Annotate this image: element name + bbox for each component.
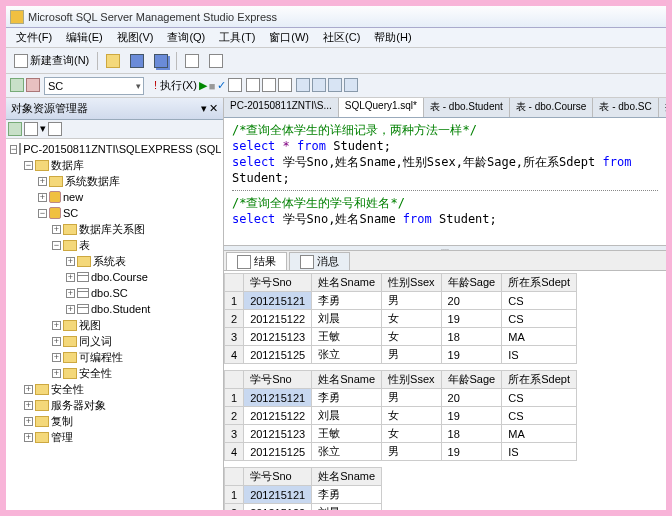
list-icon <box>185 54 199 68</box>
table-row[interactable]: 3201215123王敏女18MA <box>225 328 577 346</box>
tree-table-sc[interactable]: +dbo.SC <box>66 285 221 301</box>
tree-programmability-node[interactable]: +可编程性 <box>52 349 221 365</box>
tree-db-new[interactable]: +new <box>38 189 221 205</box>
database-combo-value: SC <box>48 80 63 92</box>
folder-icon <box>63 224 77 235</box>
tree-replication-node[interactable]: +复制 <box>24 413 221 429</box>
document-tabs: PC-20150811ZNTI\S... SQLQuery1.sql* 表 - … <box>224 98 666 118</box>
execute-button[interactable]: ! 执行(X) <box>154 78 197 93</box>
tree-diagrams-node[interactable]: +数据库关系图 <box>52 221 221 237</box>
database-icon <box>49 191 61 203</box>
table-row[interactable]: 2201215122刘晨女19CS <box>225 407 577 425</box>
execute-label: 执行(X) <box>160 79 197 91</box>
result-grid-1[interactable]: 学号Sno姓名Sname性别Ssex年龄Sage所在系Sdept12012151… <box>224 273 577 364</box>
database-combo[interactable]: SC <box>44 77 144 95</box>
menu-tools[interactable]: 工具(T) <box>213 28 261 47</box>
tree-synonyms-node[interactable]: +同义词 <box>52 333 221 349</box>
menu-query[interactable]: 查询(Q) <box>161 28 211 47</box>
menu-view[interactable]: 视图(V) <box>111 28 160 47</box>
window-title: Microsoft SQL Server Management Studio E… <box>28 11 277 23</box>
tab-messages[interactable]: 消息 <box>289 252 350 270</box>
execute-icon: ! <box>154 79 157 91</box>
table-row[interactable]: 3201215123王敏女18MA <box>225 425 577 443</box>
filter-icon[interactable] <box>48 122 62 136</box>
table-row[interactable]: 2201215122刘晨女19CS <box>225 310 577 328</box>
tab-sqlquery[interactable]: SQLQuery1.sql* <box>339 98 424 117</box>
object-explorer-button[interactable] <box>205 52 227 70</box>
uncomment-button[interactable] <box>312 78 326 94</box>
refresh-icon[interactable] <box>24 122 38 136</box>
tab-results[interactable]: 结果 <box>226 252 287 270</box>
tree-table-course[interactable]: +dbo.Course <box>66 269 221 285</box>
outdent-icon <box>344 78 358 92</box>
tree-tables-node[interactable]: −表 <box>52 237 221 253</box>
results-file-button[interactable] <box>278 78 292 94</box>
sql-editor[interactable]: /*查询全体学生的详细记录，两种方法一样*/ select * from Stu… <box>224 118 666 246</box>
object-explorer-title: 对象资源管理器 <box>11 101 88 116</box>
check-icon: ✓ <box>217 79 226 91</box>
tree-table-student[interactable]: +dbo.Student <box>66 301 221 317</box>
stop-button[interactable]: ■ <box>209 80 216 92</box>
results-tabs: 结果 消息 <box>224 251 666 271</box>
table-row[interactable]: 2201215122刘晨 <box>225 504 382 511</box>
table-icon <box>77 288 89 298</box>
tree-security-inner-node[interactable]: +安全性 <box>52 365 221 381</box>
results-grids: 学号Sno姓名Sname性别Ssex年龄Sage所在系Sdept12012151… <box>224 271 666 510</box>
tree-security-node[interactable]: +安全性 <box>24 381 221 397</box>
outdent-button[interactable] <box>344 78 358 94</box>
new-query-button[interactable]: 新建查询(N) <box>10 51 93 70</box>
table-row[interactable]: 4201215125张立男19IS <box>225 346 577 364</box>
table-row[interactable]: 4201215125张立男19IS <box>225 443 577 461</box>
menu-community[interactable]: 社区(C) <box>317 28 366 47</box>
tree-databases-node[interactable]: −数据库 <box>24 157 221 173</box>
tab-sc[interactable]: 表 - dbo.SC <box>593 98 658 117</box>
pane-close-icon[interactable]: ✕ <box>209 102 218 115</box>
tab-course[interactable]: 表 - dbo.Course <box>510 98 594 117</box>
menu-help[interactable]: 帮助(H) <box>368 28 417 47</box>
server-icon <box>19 143 21 155</box>
menu-file[interactable]: 文件(F) <box>10 28 58 47</box>
options-button[interactable] <box>228 78 242 94</box>
menu-window[interactable]: 窗口(W) <box>263 28 315 47</box>
tab-connection[interactable]: PC-20150811ZNTI\S... <box>224 98 339 117</box>
debug-button[interactable]: ▶ <box>199 79 207 92</box>
file-icon <box>278 78 292 92</box>
folder-icon <box>63 240 77 251</box>
results-text-button[interactable] <box>246 78 260 94</box>
object-tree[interactable]: −PC-20150811ZNTI\SQLEXPRESS (SQL Ser −数据… <box>6 139 223 510</box>
toolbar-dropdown-icon[interactable]: ▾ <box>40 122 46 136</box>
sql-comment-2: /*查询全体学生的学号和姓名*/ <box>232 196 405 210</box>
table-row[interactable]: 1201215121李勇男20CS <box>225 292 577 310</box>
connect-icon[interactable] <box>8 122 22 136</box>
save-all-button[interactable] <box>150 52 172 70</box>
tab-student[interactable]: 表 - dbo.Student <box>424 98 510 117</box>
result-grid-2[interactable]: 学号Sno姓名Sname性别Ssex年龄Sage所在系Sdept12012151… <box>224 370 577 461</box>
table-row[interactable]: 1201215121李勇 <box>225 486 382 504</box>
results-grid-button[interactable] <box>262 78 276 94</box>
object-explorer-toolbar: ▾ <box>6 120 223 139</box>
open-button[interactable] <box>102 52 124 70</box>
tree-server-node[interactable]: −PC-20150811ZNTI\SQLEXPRESS (SQL Ser <box>10 141 221 157</box>
result-grid-3[interactable]: 学号Sno姓名Sname1201215121李勇2201215122刘晨3201… <box>224 467 382 510</box>
tree-systables-node[interactable]: +系统表 <box>66 253 221 269</box>
tree-views-node[interactable]: +视图 <box>52 317 221 333</box>
new-query-label: 新建查询(N) <box>30 53 89 68</box>
pane-dropdown-icon[interactable]: ▾ <box>201 102 207 115</box>
tree-management-node[interactable]: +管理 <box>24 429 221 445</box>
comment-button[interactable] <box>296 78 310 94</box>
sql-comment-1: /*查询全体学生的详细记录，两种方法一样*/ <box>232 123 477 137</box>
tab-summary[interactable]: 摘要 <box>659 98 666 117</box>
folder-icon <box>35 416 49 427</box>
tree-systemdb-node[interactable]: +系统数据库 <box>38 173 221 189</box>
table-row[interactable]: 1201215121李勇男20CS <box>225 389 577 407</box>
properties-button[interactable] <box>181 52 203 70</box>
menu-edit[interactable]: 编辑(E) <box>60 28 109 47</box>
save-button[interactable] <box>126 52 148 70</box>
database-icon <box>49 207 61 219</box>
tree-serverobjects-node[interactable]: +服务器对象 <box>24 397 221 413</box>
change-connection-button[interactable] <box>10 78 24 94</box>
parse-button[interactable]: ✓ <box>217 79 226 92</box>
disconnect-button[interactable] <box>26 78 40 94</box>
indent-button[interactable] <box>328 78 342 94</box>
tree-db-sc[interactable]: −SC <box>38 205 221 221</box>
